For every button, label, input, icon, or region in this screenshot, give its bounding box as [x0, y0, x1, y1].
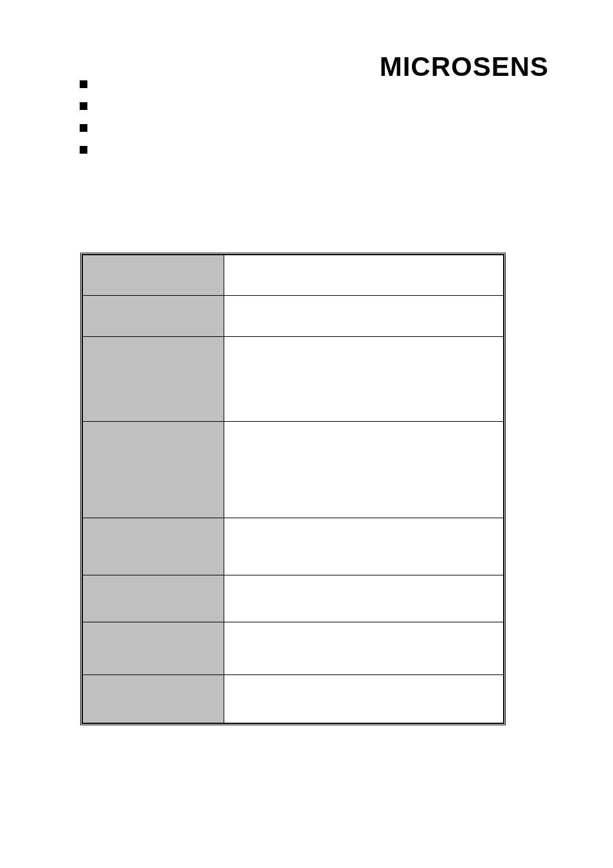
bullet-list — [80, 80, 87, 168]
bullet-square-icon — [80, 124, 87, 132]
table-row — [83, 255, 504, 296]
table-value-cell — [224, 337, 504, 422]
table-label-cell — [83, 622, 224, 675]
table-value-cell — [224, 422, 504, 518]
table-label-cell — [83, 518, 224, 575]
table-row — [83, 622, 504, 675]
table-label-cell — [83, 422, 224, 518]
table-value-cell — [224, 518, 504, 575]
table-row — [83, 518, 504, 575]
table-label-cell — [83, 575, 224, 622]
table-row — [83, 296, 504, 337]
table-row — [83, 337, 504, 422]
table-label-cell — [83, 255, 224, 296]
spec-table — [80, 253, 506, 725]
table-row — [83, 575, 504, 622]
bullet-square-icon — [80, 102, 87, 110]
table-label-cell — [83, 675, 224, 723]
table-value-cell — [224, 575, 504, 622]
table-label-cell — [83, 296, 224, 337]
table-row — [83, 675, 504, 723]
bullet-square-icon — [80, 80, 87, 88]
bullet-square-icon — [80, 146, 87, 154]
brand-logo: MICROSENS — [380, 51, 549, 82]
table-value-cell — [224, 622, 504, 675]
table-value-cell — [224, 675, 504, 723]
table-row — [83, 422, 504, 518]
table-label-cell — [83, 337, 224, 422]
table-value-cell — [224, 296, 504, 337]
table-value-cell — [224, 255, 504, 296]
